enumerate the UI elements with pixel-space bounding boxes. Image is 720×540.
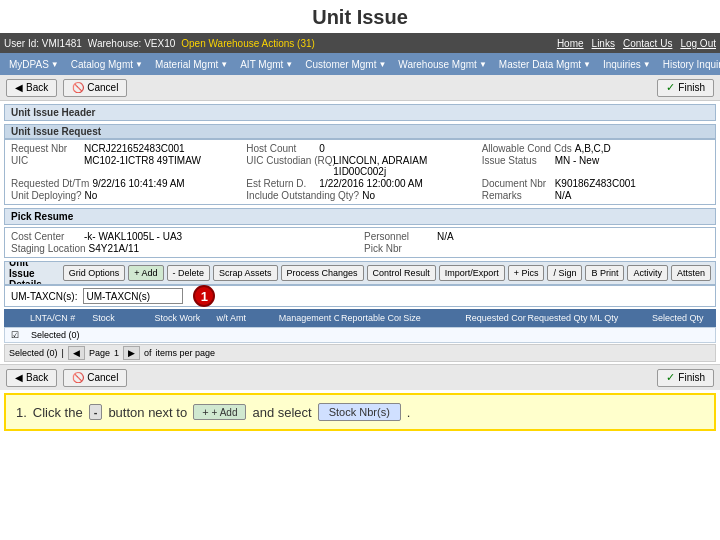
um-taxcn-input[interactable] (83, 288, 183, 304)
nav-logout[interactable]: Log Out (680, 38, 716, 49)
menu-mydpas[interactable]: MyDPAS▼ (4, 58, 64, 71)
warehouse-label: Warehouse: VEX10 (88, 38, 175, 49)
selected-label: Selected (0) (9, 348, 58, 358)
bottom-action-bar: ◀ Back 🚫 Cancel ✓ Finish (0, 364, 720, 390)
attest-button[interactable]: Attsten (671, 265, 711, 281)
requested-dt-label: Requested Dt/Tm (11, 178, 89, 189)
menu-masterdata[interactable]: Master Data Mgmt▼ (494, 58, 596, 71)
uic-custodian-row: UIC Custodian (RQ) LINCOLN, ADRAIAM 1ID0… (246, 155, 473, 177)
finish-button[interactable]: ✓ Finish (657, 79, 714, 97)
staging-location-label: Staging Location (11, 243, 86, 254)
uic-row: UIC MC102-1ICTR8 49TIMAW (11, 155, 238, 177)
personnel-label: Personnel (364, 231, 434, 242)
bottom-cancel-button[interactable]: 🚫 Cancel (63, 369, 127, 387)
unit-deploying-label: Unit Deploying? (11, 190, 82, 201)
page-label: Page (89, 348, 110, 358)
est-return-label: Est Return D. (246, 178, 316, 189)
add-button[interactable]: + Add (128, 265, 163, 281)
td-checkbox[interactable]: ☑ (9, 330, 29, 340)
th-requested-cond: Requested Cond Co (463, 313, 525, 323)
menu-history[interactable]: History Inquiries▼ (658, 58, 720, 71)
items-per-page-label: items per page (155, 348, 215, 358)
pics-button[interactable]: + Pics (508, 265, 545, 281)
unit-issue-header-label: Unit Issue Header (4, 104, 716, 121)
th-lntacn: LNTA/CN # (28, 313, 90, 323)
step-number: 1. (16, 405, 27, 420)
bottom-finish-button[interactable]: ✓ Finish (657, 369, 714, 387)
host-count-label: Host Count (246, 143, 316, 154)
cost-center-label: Cost Center (11, 231, 81, 242)
menu-material[interactable]: Material Mgmt▼ (150, 58, 233, 71)
checkmark-icon: ✓ (666, 81, 675, 94)
uic-label: UIC (11, 155, 81, 166)
requested-dt-row: Requested Dt/Tm 9/22/16 10:41:49 AM (11, 178, 238, 189)
pick-resume-section: Pick Resume (4, 208, 716, 225)
issue-status-value: MN - New (555, 155, 599, 166)
plus-icon-inline: + (202, 406, 208, 418)
sign-button[interactable]: / Sign (547, 265, 582, 281)
details-toolbar: Unit Issue Details Grid Options + Add - … (4, 261, 716, 285)
request-nbr-value: NCRJ221652483C001 (84, 143, 185, 154)
cost-center-value: -k- WAKL1005L - UA3 (84, 231, 182, 242)
scrap-assets-button[interactable]: Scrap Assets (213, 265, 278, 281)
request-nbr-label: Request Nbr (11, 143, 81, 154)
nav-right: Home Links Contact Us Log Out (557, 38, 716, 49)
est-return-row: Est Return D. 1/22/2016 12:00:00 AM (246, 178, 473, 189)
personnel-row: Personnel N/A (364, 231, 709, 242)
unit-deploying-value: No (85, 190, 98, 201)
th-size: Size (401, 313, 463, 323)
open-actions-label: Open Warehouse Actions (31) (181, 38, 315, 49)
allowable-cond-row: Allowable Cond Cds A,B,C,D (482, 143, 709, 154)
th-stock-work: Stock Work (152, 313, 214, 323)
include-outstanding-row: Include Outstanding Qty? No (246, 190, 473, 201)
back-arrow-icon: ◀ (15, 82, 23, 93)
cancel-button[interactable]: 🚫 Cancel (63, 79, 127, 97)
cancel-icon: 🚫 (72, 82, 84, 93)
control-result-button[interactable]: Control Result (367, 265, 436, 281)
import-export-button[interactable]: Import/Export (439, 265, 505, 281)
activity-button[interactable]: Activity (627, 265, 668, 281)
next-page-button[interactable]: ▶ (123, 346, 140, 360)
bottom-back-button[interactable]: ◀ Back (6, 369, 57, 387)
staging-location-row: Staging Location S4Y21A/11 (11, 243, 356, 254)
delete-button[interactable]: - Delete (167, 265, 211, 281)
instruction-text-before: Click the (33, 405, 83, 420)
instruction-text-middle: button next to (108, 405, 187, 420)
est-return-value: 1/22/2016 12:00:00 AM (319, 178, 422, 189)
print-button[interactable]: B Print (585, 265, 624, 281)
remarks-row: Remarks N/A (482, 190, 709, 201)
th-selected-qty: Selected Qty (650, 313, 712, 323)
grid-options-button[interactable]: Grid Options (63, 265, 126, 281)
top-action-bar: ◀ Back 🚫 Cancel ✓ Finish (0, 75, 720, 101)
back-button[interactable]: ◀ Back (6, 79, 57, 97)
nav-left: User Id: VMI1481 Warehouse: VEX10 Open W… (4, 38, 557, 49)
menu-catalog[interactable]: Catalog Mgmt▼ (66, 58, 148, 71)
period-text: . (407, 405, 411, 420)
pipe-sep: | (62, 348, 64, 358)
remarks-value: N/A (555, 190, 572, 201)
nav-contact[interactable]: Contact Us (623, 38, 672, 49)
unit-issue-request-section: Unit Issue Request (4, 124, 716, 139)
menu-ait[interactable]: AIT Mgmt▼ (235, 58, 298, 71)
personnel-value: N/A (437, 231, 454, 242)
menu-warehouse[interactable]: Warehouse Mgmt▼ (393, 58, 491, 71)
add-button-inline: + + Add (193, 404, 246, 420)
document-nbr-row: Document Nbr K90186Z483C001 (482, 178, 709, 189)
document-nbr-value: K90186Z483C001 (555, 178, 636, 189)
menu-inquiries[interactable]: Inquiries▼ (598, 58, 656, 71)
host-count-value: 0 (319, 143, 325, 154)
nav-home[interactable]: Home (557, 38, 584, 49)
process-changes-button[interactable]: Process Changes (281, 265, 364, 281)
cost-center-row: Cost Center -k- WAKL1005L - UA3 (11, 231, 356, 242)
table-row: ☑ Selected (0) (4, 327, 716, 343)
th-requested-qty: Requested Qty (526, 313, 588, 323)
uic-custodian-label: UIC Custodian (RQ) (246, 155, 330, 166)
step-circle-badge: 1 (193, 285, 215, 307)
cancel-icon2: 🚫 (72, 372, 84, 383)
allowable-cond-label: Allowable Cond Cds (482, 143, 572, 154)
uic-value: MC102-1ICTR8 49TIMAW (84, 155, 201, 166)
menu-customer[interactable]: Customer Mgmt▼ (300, 58, 391, 71)
prev-page-button[interactable]: ◀ (68, 346, 85, 360)
stock-btn-inline: Stock Nbr(s) (318, 403, 401, 421)
nav-links[interactable]: Links (592, 38, 615, 49)
